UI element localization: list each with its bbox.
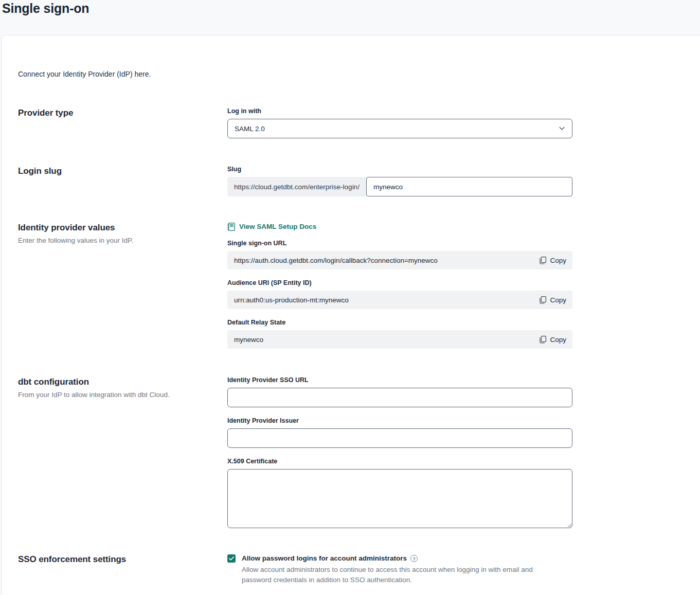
sso-enforcement-heading: SSO enforcement settings bbox=[18, 554, 227, 565]
intro-text: Connect your Identity Provider (IdP) her… bbox=[18, 69, 700, 79]
slug-input[interactable] bbox=[366, 177, 572, 196]
copy-icon bbox=[540, 296, 546, 304]
audience-uri-value: urn:auth0:us-production-mt:mynewco bbox=[234, 296, 349, 304]
copy-button-label: Copy bbox=[550, 296, 566, 304]
relay-state-label: Default Relay State bbox=[227, 319, 572, 327]
checkbox-label-line: Allow password logins for account admini… bbox=[242, 554, 559, 563]
idp-issuer-field: Identity Provider Issuer bbox=[227, 417, 572, 448]
journal-icon bbox=[227, 223, 235, 231]
relay-state-readonly-box: mynewco Copy bbox=[227, 330, 572, 349]
checkbox-content: Allow password logins for account admini… bbox=[242, 554, 559, 585]
sso-url-value: https://auth.cloud.getdbt.com/login/call… bbox=[234, 257, 438, 264]
section-login-slug: Login slug Slug https://cloud.getdbt.com… bbox=[18, 166, 700, 196]
audience-uri-readonly-box: urn:auth0:us-production-mt:mynewco Copy bbox=[227, 291, 572, 309]
section-left: SSO enforcement settings bbox=[18, 554, 227, 565]
section-right: Identity Provider SSO URL Identity Provi… bbox=[227, 376, 572, 528]
idp-issuer-input[interactable] bbox=[227, 428, 572, 448]
slug-url-prefix: https://cloud.getdbt.com/enterprise-logi… bbox=[227, 177, 366, 196]
provider-select[interactable]: SAML 2.0 bbox=[227, 119, 572, 138]
idp-issuer-label: Identity Provider Issuer bbox=[227, 417, 572, 425]
audience-uri-copy-button[interactable]: Copy bbox=[540, 296, 566, 304]
sso-url-field: Single sign-on URL https://auth.cloud.ge… bbox=[227, 240, 572, 269]
section-idp-values: Identity provider values Enter the follo… bbox=[18, 222, 700, 349]
relay-state-value: mynewco bbox=[234, 336, 263, 344]
password-logins-description: Allow account administrators to continue… bbox=[242, 565, 559, 585]
copy-icon bbox=[540, 336, 546, 344]
section-right: Allow password logins for account admini… bbox=[227, 554, 572, 585]
password-logins-checkbox-row: Allow password logins for account admini… bbox=[227, 554, 572, 585]
x509-certificate-textarea[interactable] bbox=[227, 469, 572, 528]
idp-values-subheading: Enter the following values in your IdP. bbox=[18, 236, 227, 245]
dbt-configuration-subheading: From your IdP to allow integration with … bbox=[18, 390, 227, 400]
password-logins-checkbox[interactable] bbox=[227, 554, 236, 563]
section-right: View SAML Setup Docs Single sign-on URL … bbox=[227, 222, 572, 349]
section-left: Provider type bbox=[18, 107, 227, 119]
help-icon[interactable]: ? bbox=[410, 555, 418, 562]
copy-icon bbox=[540, 257, 546, 264]
idp-values-heading: Identity provider values bbox=[18, 222, 227, 233]
copy-button-label: Copy bbox=[550, 257, 566, 264]
idp-sso-url-input[interactable] bbox=[227, 388, 572, 407]
sso-url-label: Single sign-on URL bbox=[227, 240, 572, 247]
section-left: Login slug bbox=[18, 166, 227, 177]
idp-sso-url-field: Identity Provider SSO URL bbox=[227, 376, 572, 407]
login-slug-heading: Login slug bbox=[18, 166, 227, 177]
x509-certificate-label: X.509 Certificate bbox=[227, 458, 572, 465]
section-right: Slug https://cloud.getdbt.com/enterprise… bbox=[227, 166, 572, 196]
relay-state-copy-button[interactable]: Copy bbox=[540, 336, 566, 344]
password-logins-label[interactable]: Allow password logins for account admini… bbox=[242, 554, 407, 563]
audience-uri-field: Audience URI (SP Entity ID) urn:auth0:us… bbox=[227, 279, 572, 309]
settings-card: Connect your Identity Provider (IdP) her… bbox=[1, 35, 700, 595]
provider-type-heading: Provider type bbox=[18, 107, 227, 119]
idp-sso-url-label: Identity Provider SSO URL bbox=[227, 376, 572, 384]
chevron-down-icon bbox=[559, 127, 565, 131]
section-sso-enforcement: SSO enforcement settings Allow password … bbox=[18, 554, 700, 585]
sso-url-copy-button[interactable]: Copy bbox=[540, 257, 566, 264]
section-provider-type: Provider type Log in with SAML 2.0 bbox=[18, 107, 700, 138]
page-title: Single sign-on bbox=[2, 1, 700, 16]
slug-label: Slug bbox=[227, 166, 572, 173]
slug-input-group: https://cloud.getdbt.com/enterprise-logi… bbox=[227, 177, 572, 196]
audience-uri-label: Audience URI (SP Entity ID) bbox=[227, 279, 572, 287]
x509-certificate-field: X.509 Certificate bbox=[227, 458, 572, 528]
saml-docs-link-label: View SAML Setup Docs bbox=[239, 222, 316, 231]
section-left: Identity provider values Enter the follo… bbox=[18, 222, 227, 245]
provider-select-value: SAML 2.0 bbox=[235, 125, 265, 133]
relay-state-field: Default Relay State mynewco Copy bbox=[227, 319, 572, 349]
copy-button-label: Copy bbox=[550, 336, 566, 344]
check-icon bbox=[229, 556, 234, 561]
section-dbt-configuration: dbt configuration From your IdP to allow… bbox=[18, 376, 700, 528]
login-with-label: Log in with bbox=[227, 107, 572, 115]
sso-url-readonly-box: https://auth.cloud.getdbt.com/login/call… bbox=[227, 251, 572, 269]
dbt-configuration-heading: dbt configuration bbox=[18, 376, 227, 388]
section-right: Log in with SAML 2.0 bbox=[227, 107, 572, 138]
page-header: Single sign-on bbox=[0, 0, 700, 35]
saml-docs-link[interactable]: View SAML Setup Docs bbox=[227, 222, 316, 231]
section-left: dbt configuration From your IdP to allow… bbox=[18, 376, 227, 400]
